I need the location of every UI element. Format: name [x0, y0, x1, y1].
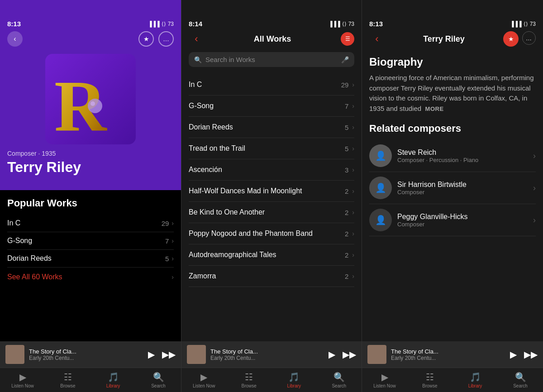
popular-work-item[interactable]: G-Song 7 › — [7, 232, 174, 250]
search-bar[interactable]: 🔍 Search in Works 🎤 — [189, 52, 354, 67]
tab-search-2[interactable]: 🔍 Search — [317, 372, 362, 388]
np-info-1: The Story of Cla... Early 20th Centu... — [29, 348, 143, 361]
artist-header: 8:13 ▐▐▐ ⟨⟩ 73 ‹ ★ … — [0, 0, 181, 190]
favorite-button-3[interactable]: ★ — [503, 31, 519, 47]
status-bar-2: 8:14 ▐▐▐ ⟨⟩ 73 — [189, 20, 354, 28]
status-bar-3: 8:13 ▐▐▐ ⟨⟩ 73 — [369, 20, 536, 28]
panel2-nav: ‹ All Works ☰ — [189, 31, 354, 47]
tab-library-2[interactable]: 🎵 Library — [272, 372, 317, 388]
panel2-header: 8:14 ▐▐▐ ⟨⟩ 73 ‹ All Works ☰ 🔍 Search in… — [181, 0, 362, 74]
battery-3: 73 — [530, 21, 536, 27]
work-item-chevron: › — [352, 230, 354, 237]
tab-library-3[interactable]: 🎵 Library — [452, 372, 498, 388]
np-thumb-2 — [187, 345, 206, 364]
tab-listen-now-3[interactable]: ▶ Listen Now — [362, 372, 407, 388]
related-composer-item[interactable]: 👤 Peggy Glanville-Hicks Composer › — [369, 204, 536, 236]
work-item-title: In C — [189, 81, 341, 89]
np-info-3: The Story of Cla... Early 20th Centu... — [391, 348, 505, 361]
tab-browse-3[interactable]: ☷ Browse — [407, 372, 452, 388]
svg-point-3 — [90, 101, 95, 106]
tab-browse-2[interactable]: ☷ Browse — [227, 372, 272, 388]
work-list-item[interactable]: Autodreamographical Tales 2 › — [189, 244, 354, 266]
work-item-count: 5 — [345, 145, 348, 153]
play-button-2[interactable]: ▶ — [329, 349, 335, 360]
wifi-icon-3: ⟨⟩ — [524, 21, 528, 27]
np-title-2: The Story of Cla... — [210, 348, 324, 355]
back-button-1[interactable]: ‹ — [7, 31, 23, 47]
more-link[interactable]: MORE — [425, 105, 444, 112]
mic-icon[interactable]: 🎤 — [341, 56, 349, 63]
see-all-chevron: › — [171, 273, 174, 281]
work-list-item[interactable]: Tread on the Trail 5 › — [189, 138, 354, 159]
see-all-works[interactable]: See All 60 Works › — [7, 273, 174, 281]
now-playing-bar-3: The Story of Cla... Early 20th Centu... … — [362, 341, 543, 368]
work-item-count: 2 — [345, 251, 348, 259]
now-playing-bar-1: The Story of Cla... Early 20th Centu... … — [0, 341, 181, 368]
popular-works-title: Popular Works — [7, 197, 174, 209]
status-icons-2: ▐▐▐ ⟨⟩ 73 — [329, 21, 354, 27]
skip-button-3[interactable]: ▶▶ — [524, 349, 538, 360]
panel-artist-profile: 8:13 ▐▐▐ ⟨⟩ 73 ‹ ★ … — [0, 0, 181, 392]
popular-works-list: In C 29 › G-Song 7 › Dorian Reeds 5 › — [7, 215, 174, 268]
work-list-item[interactable]: Ascención 3 › — [189, 159, 354, 181]
composer-avatar: 👤 — [369, 177, 392, 199]
more-button-1[interactable]: … — [158, 31, 174, 47]
work-item-count: 2 — [345, 209, 348, 216]
np-title-3: The Story of Cla... — [391, 348, 505, 355]
work-item-title: Ascención — [189, 166, 345, 174]
search-icon-tab-3: 🔍 — [515, 372, 526, 382]
favorite-button-1[interactable]: ★ — [138, 31, 154, 47]
work-item-count: 2 — [345, 272, 348, 280]
work-item-title: Dorian Reeds — [189, 123, 345, 131]
listen-now-icon-1: ▶ — [19, 372, 26, 382]
work-list-item[interactable]: Poppy Nogood and the Phantom Band 2 › — [189, 223, 354, 244]
work-list-item[interactable]: Dorian Reeds 5 › — [189, 117, 354, 138]
tab-browse-1[interactable]: ☷ Browse — [45, 372, 90, 388]
work-item-title: Autodreamographical Tales — [189, 251, 345, 259]
tab-search-3[interactable]: 🔍 Search — [498, 372, 543, 388]
tab-listen-now-1[interactable]: ▶ Listen Now — [0, 372, 45, 388]
np-sub-1: Early 20th Centu... — [29, 355, 143, 361]
work-item-count: 3 — [345, 166, 348, 174]
play-button-1[interactable]: ▶ — [148, 349, 155, 360]
battery-2: 73 — [348, 21, 354, 27]
work-list-item[interactable]: In C 29 › — [189, 74, 354, 96]
back-button-2[interactable]: ‹ — [189, 31, 204, 47]
work-item-chevron: › — [352, 272, 354, 280]
popular-work-item[interactable]: In C 29 › — [7, 215, 174, 232]
panel2-title: All Works — [254, 34, 291, 44]
skip-button-1[interactable]: ▶▶ — [162, 349, 176, 360]
related-composer-item[interactable]: 👤 Sir Harrison Birtwistle Composer › — [369, 172, 536, 204]
related-section-title: Related composers — [369, 123, 536, 134]
work-chevron: › — [171, 220, 174, 227]
composer-tags: Composer — [397, 189, 528, 196]
work-list-item[interactable]: Half-Wolf Dances Mad in Moonlight 2 › — [189, 181, 354, 202]
tab-search-1[interactable]: 🔍 Search — [136, 372, 181, 388]
skip-button-2[interactable]: ▶▶ — [343, 349, 356, 360]
panel-all-works: 8:14 ▐▐▐ ⟨⟩ 73 ‹ All Works ☰ 🔍 Search in… — [181, 0, 362, 392]
search-input[interactable]: Search in Works — [205, 56, 338, 63]
tab-listen-now-2[interactable]: ▶ Listen Now — [181, 372, 227, 388]
np-controls-1: ▶ ▶▶ — [148, 349, 176, 360]
tab-library-1[interactable]: 🎵 Library — [90, 372, 136, 388]
work-chevron: › — [171, 237, 174, 244]
work-item-title: Half-Wolf Dances Mad in Moonlight — [189, 187, 345, 195]
work-list-item[interactable]: G-Song 7 › — [189, 96, 354, 117]
signal-icon-3: ▐▐▐ — [510, 21, 522, 27]
artist-logo: R — [45, 54, 136, 144]
wifi-icon: ⟨⟩ — [162, 21, 166, 27]
status-time-2: 8:14 — [189, 20, 202, 28]
work-list-item[interactable]: Zamorra 2 › — [189, 266, 354, 287]
more-button-3[interactable]: … — [522, 31, 536, 45]
work-title: Dorian Reeds — [7, 254, 52, 263]
library-icon-3: 🎵 — [470, 372, 481, 382]
back-button-3[interactable]: ‹ — [369, 31, 385, 47]
play-button-3[interactable]: ▶ — [510, 349, 517, 360]
filter-button[interactable]: ☰ — [341, 32, 354, 46]
work-chevron: › — [171, 255, 174, 262]
panel3-title: Terry Riley — [423, 34, 465, 44]
related-composer-item[interactable]: 👤 Steve Reich Composer · Percussion · Pi… — [369, 140, 536, 172]
work-list-item[interactable]: Be Kind to One Another 2 › — [189, 202, 354, 223]
panel-biography: 8:13 ▐▐▐ ⟨⟩ 73 ‹ Terry Riley ★ … Biograp… — [362, 0, 543, 392]
popular-work-item[interactable]: Dorian Reeds 5 › — [7, 250, 174, 268]
